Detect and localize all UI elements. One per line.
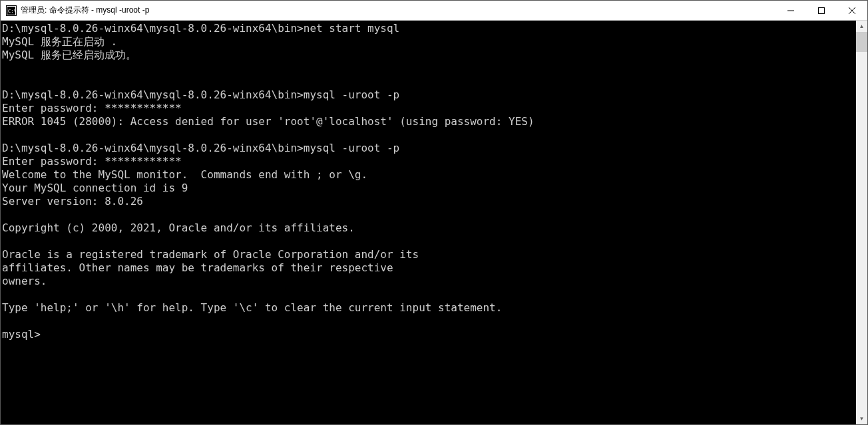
command-prompt-window: C:\ 管理员: 命令提示符 - mysql -uroot -p D:\mysq… [0, 0, 868, 425]
cmd-icon: C:\ [6, 5, 17, 16]
svg-rect-5 [819, 7, 825, 13]
scroll-track[interactable] [856, 32, 867, 413]
scroll-down-button[interactable]: ▼ [856, 413, 867, 424]
close-button[interactable] [837, 1, 867, 20]
scroll-thumb[interactable] [856, 32, 867, 52]
console-output[interactable]: D:\mysql-8.0.26-winx64\mysql-8.0.26-winx… [1, 21, 856, 424]
minimize-button[interactable] [775, 1, 806, 20]
window-controls [775, 1, 867, 20]
window-title: 管理员: 命令提示符 - mysql -uroot -p [21, 5, 775, 16]
vertical-scrollbar[interactable]: ▲ ▼ [856, 21, 867, 424]
console-body: D:\mysql-8.0.26-winx64\mysql-8.0.26-winx… [1, 21, 867, 424]
titlebar[interactable]: C:\ 管理员: 命令提示符 - mysql -uroot -p [1, 1, 867, 21]
svg-text:C:\: C:\ [8, 9, 17, 14]
scroll-up-button[interactable]: ▲ [856, 21, 867, 32]
maximize-button[interactable] [806, 1, 837, 20]
